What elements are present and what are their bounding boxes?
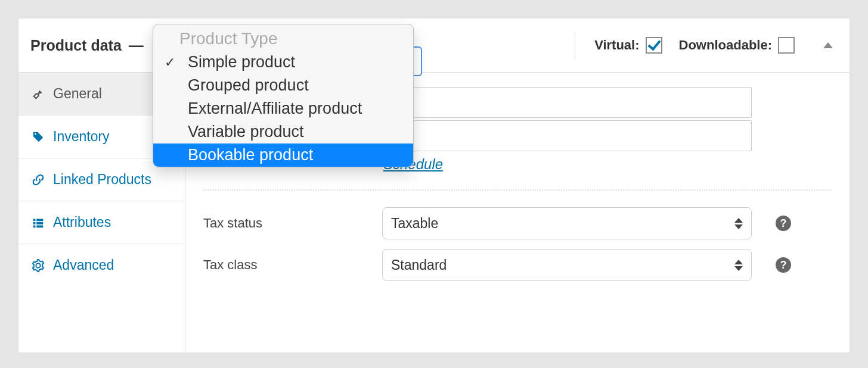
panel-header: Product data — Virtual: Downloadable:: [18, 18, 850, 73]
product-type-option-bookable[interactable]: Bookable product: [153, 144, 413, 167]
tab-general-label: General: [53, 86, 102, 102]
tax-status-value: Taxable: [391, 216, 438, 232]
product-type-dropdown: Product Type ✓ Simple product Grouped pr…: [153, 24, 414, 167]
tab-advanced-label: Advanced: [53, 257, 114, 273]
tab-advanced[interactable]: Advanced: [18, 244, 185, 286]
panel-title: Product data: [30, 37, 122, 54]
tax-class-label: Tax class: [203, 257, 370, 273]
section-divider: [203, 189, 832, 191]
tag-icon: [32, 130, 45, 144]
wrench-icon: [32, 88, 45, 101]
select-stepper-icon: [734, 218, 743, 229]
check-icon: ✓: [163, 55, 177, 70]
downloadable-label: Downloadable:: [679, 38, 772, 53]
option-label: Simple product: [185, 53, 295, 71]
virtual-option: Virtual:: [594, 37, 662, 54]
product-type-select-edge[interactable]: [413, 46, 422, 76]
product-type-option-variable[interactable]: Variable product: [153, 120, 413, 144]
option-label: Variable product: [185, 123, 304, 141]
product-type-group-label: Product Type: [153, 24, 413, 51]
regular-price-input[interactable]: [382, 87, 752, 118]
tax-class-select[interactable]: Standard: [382, 249, 752, 281]
panel-body: General Inventory Linked Products: [18, 73, 850, 353]
tab-inventory-label: Inventory: [53, 129, 110, 145]
sale-price-input[interactable]: [382, 120, 752, 151]
help-icon[interactable]: ?: [776, 216, 791, 231]
tax-status-label: Tax status: [203, 216, 370, 231]
product-type-option-simple[interactable]: ✓ Simple product: [153, 51, 413, 74]
panel-title-dash: —: [129, 37, 144, 54]
virtual-checkbox[interactable]: [646, 37, 662, 54]
product-type-option-grouped[interactable]: Grouped product: [153, 74, 413, 97]
tax-status-select[interactable]: Taxable: [382, 207, 752, 239]
header-divider: [575, 32, 575, 59]
tab-attributes-label: Attributes: [53, 214, 111, 230]
link-icon: [32, 173, 45, 186]
option-label: Grouped product: [185, 76, 309, 95]
option-label: External/Affiliate product: [185, 99, 362, 118]
tab-attributes[interactable]: Attributes: [18, 201, 185, 244]
product-type-option-external[interactable]: External/Affiliate product: [153, 97, 413, 120]
gear-icon: [32, 259, 45, 272]
option-label: Bookable product: [185, 146, 313, 164]
help-icon[interactable]: ?: [776, 257, 791, 273]
select-stepper-icon: [734, 260, 743, 271]
downloadable-checkbox[interactable]: [778, 37, 795, 54]
virtual-label: Virtual:: [594, 38, 639, 53]
product-data-panel: Product data — Virtual: Downloadable:: [18, 18, 850, 353]
tax-class-value: Standard: [391, 257, 447, 273]
downloadable-option: Downloadable:: [679, 37, 795, 54]
tab-linked-label: Linked Products: [53, 171, 151, 188]
collapse-panel-icon[interactable]: [823, 42, 833, 48]
list-icon: [32, 216, 45, 229]
